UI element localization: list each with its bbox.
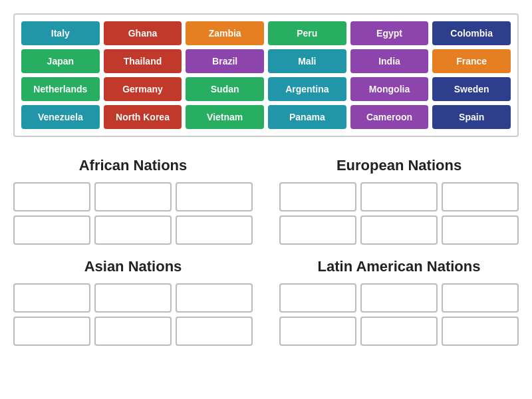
drop-cell[interactable] [13,182,90,211]
country-tile[interactable]: France [432,49,511,73]
country-tile[interactable]: Thailand [104,49,182,73]
drop-zone-group: Asian Nations [13,258,253,346]
country-tile[interactable]: Vietnam [186,105,264,129]
drop-cell[interactable] [279,182,356,211]
drop-cell[interactable] [279,317,356,346]
country-tile[interactable]: Netherlands [21,77,100,101]
drop-cell[interactable] [442,182,519,211]
country-tile[interactable]: Germany [104,77,182,101]
drop-cell[interactable] [94,317,172,346]
drop-cell[interactable] [442,283,519,313]
country-tile[interactable]: Colombia [432,21,511,45]
drop-cell[interactable] [94,215,172,245]
drop-zone-label: Latin American Nations [279,258,519,275]
country-tile[interactable]: Venezuela [21,105,100,129]
drop-zone-grid [13,283,253,346]
country-tile[interactable]: Mongolia [350,77,429,101]
drop-zone-group: African Nations [13,157,253,245]
country-tile[interactable]: Peru [268,21,346,45]
country-tile[interactable]: Ghana [104,21,182,45]
drop-cell[interactable] [176,215,253,245]
drop-cell[interactable] [13,283,90,313]
drop-cell[interactable] [94,182,172,211]
drop-zone-grid [13,182,253,245]
drop-cell[interactable] [360,182,438,211]
country-tile[interactable]: North Korea [104,105,182,129]
country-tile[interactable]: Brazil [186,49,264,73]
country-tile[interactable]: Argentina [268,77,346,101]
drop-cell[interactable] [176,182,253,211]
drop-zones-container: African NationsEuropean NationsAsian Nat… [13,157,519,346]
country-tile[interactable]: Cameroon [350,105,429,129]
drop-cell[interactable] [279,283,356,313]
drop-cell[interactable] [360,215,438,245]
drop-cell[interactable] [360,283,438,313]
drop-zone-group: European Nations [279,157,519,245]
source-grid: ItalyGhanaZambiaPeruEgyptColombiaJapanTh… [21,21,511,129]
drop-cell[interactable] [442,317,519,346]
country-tile[interactable]: Italy [21,21,100,45]
source-grid-container: ItalyGhanaZambiaPeruEgyptColombiaJapanTh… [13,13,519,137]
drop-cell[interactable] [13,215,90,245]
country-tile[interactable]: Sweden [432,77,511,101]
drop-cell[interactable] [279,215,356,245]
drop-zone-group: Latin American Nations [279,258,519,346]
drop-cell[interactable] [176,317,253,346]
drop-zone-label: Asian Nations [13,258,253,275]
drop-zone-label: European Nations [279,157,519,174]
drop-cell[interactable] [360,317,438,346]
country-tile[interactable]: Japan [21,49,100,73]
country-tile[interactable]: Panama [268,105,346,129]
drop-cell[interactable] [13,317,90,346]
country-tile[interactable]: Spain [432,105,511,129]
drop-zone-label: African Nations [13,157,253,174]
drop-cell[interactable] [176,283,253,313]
country-tile[interactable]: Zambia [186,21,264,45]
country-tile[interactable]: Sudan [186,77,264,101]
drop-zone-grid [279,283,519,346]
drop-cell[interactable] [442,215,519,245]
drop-cell[interactable] [94,283,172,313]
drop-zone-grid [279,182,519,245]
country-tile[interactable]: India [350,49,429,73]
country-tile[interactable]: Egypt [350,21,429,45]
country-tile[interactable]: Mali [268,49,346,73]
